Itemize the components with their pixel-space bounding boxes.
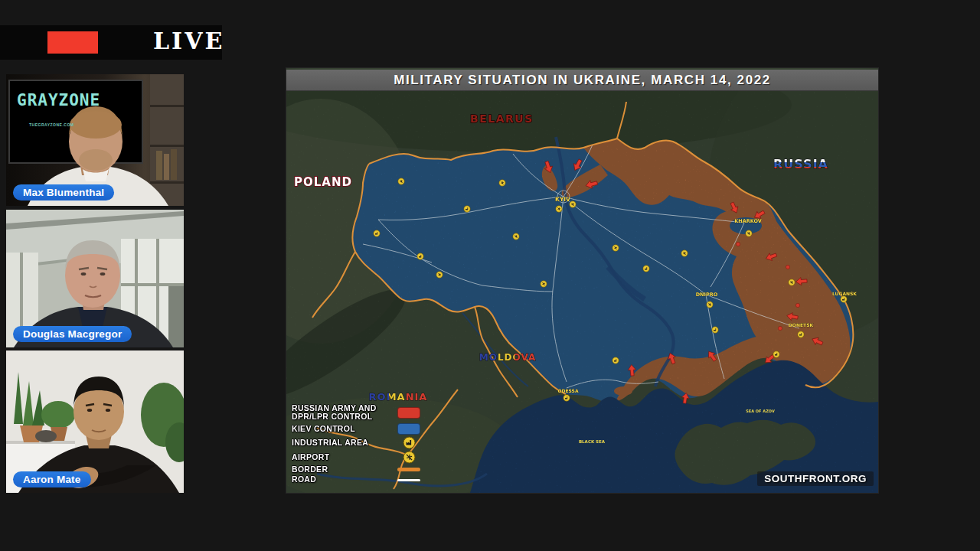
label-belarus: BELARUS bbox=[470, 112, 534, 125]
legend-row-airport: AIRPORT bbox=[292, 451, 423, 464]
label-kharkov: KHARKOV bbox=[734, 218, 762, 224]
channel-logo-red-box bbox=[47, 31, 98, 54]
legend-row-road: ROAD bbox=[292, 475, 423, 484]
legend-row-kiev-control: KIEV CONTROL bbox=[292, 423, 423, 435]
video-panel-aaron-mate: Aaron Mate bbox=[6, 350, 184, 493]
label-dnipro: DNIPRO bbox=[696, 292, 718, 298]
map-panel: MILITARY SITUATION IN UKRAINE, MARCH 14,… bbox=[286, 67, 879, 494]
live-label: LIVE bbox=[153, 28, 224, 54]
label-russia: RUSSIA bbox=[773, 157, 828, 171]
legend-swatch-border bbox=[397, 468, 420, 471]
label-lugansk: LUGANSK bbox=[832, 291, 857, 296]
label-kyiv: KYIV bbox=[555, 196, 570, 203]
map-legend: RUSSIAN ARMY AND DPR/LPR CONTROL KIEV CO… bbox=[292, 403, 423, 486]
legend-row-border: BORDER bbox=[292, 465, 423, 474]
legend-swatch-russian-control bbox=[397, 407, 420, 419]
legend-row-russian-control: RUSSIAN ARMY AND DPR/LPR CONTROL bbox=[292, 404, 423, 422]
name-badge-douglas-macgregor: Douglas Macgregor bbox=[13, 326, 132, 342]
name-badge-aaron-mate: Aaron Mate bbox=[13, 471, 91, 487]
video-panel-max-blumenthal: GRAYZONE THEGRAYZONE.COM Max Blumenthal bbox=[6, 74, 184, 206]
name-badge-max-blumenthal: Max Blumenthal bbox=[13, 184, 114, 201]
industrial-area-icon bbox=[403, 436, 416, 449]
label-moldova: MOLDOVA bbox=[479, 352, 536, 363]
airport-icon bbox=[403, 451, 416, 464]
grayzone-url: THEGRAYZONE.COM bbox=[29, 122, 74, 127]
southfront-watermark: SOUTHFRONT.ORG bbox=[757, 471, 874, 486]
live-banner: LIVE bbox=[0, 25, 222, 60]
legend-swatch-kiev-control bbox=[397, 423, 420, 435]
legend-swatch-road bbox=[397, 479, 420, 481]
label-sea-of-azov: SEA OF AZOV bbox=[746, 409, 775, 413]
label-donetsk: DONETSK bbox=[789, 322, 814, 328]
label-odessa: ODESSA bbox=[557, 388, 579, 393]
label-poland: POLAND bbox=[294, 175, 352, 189]
label-romania: ROMANIA bbox=[369, 391, 428, 403]
label-black-sea: BLACK SEA bbox=[579, 439, 606, 444]
legend-row-industrial-area: INDUSTRIAL AREA bbox=[292, 436, 423, 449]
map-title: MILITARY SITUATION IN UKRAINE, MARCH 14,… bbox=[286, 70, 878, 91]
grayzone-logo: GRAYZONE bbox=[17, 91, 100, 109]
stream-frame: LIVE bbox=[0, 0, 980, 551]
video-panel-douglas-macgregor: Douglas Macgregor bbox=[6, 210, 184, 347]
